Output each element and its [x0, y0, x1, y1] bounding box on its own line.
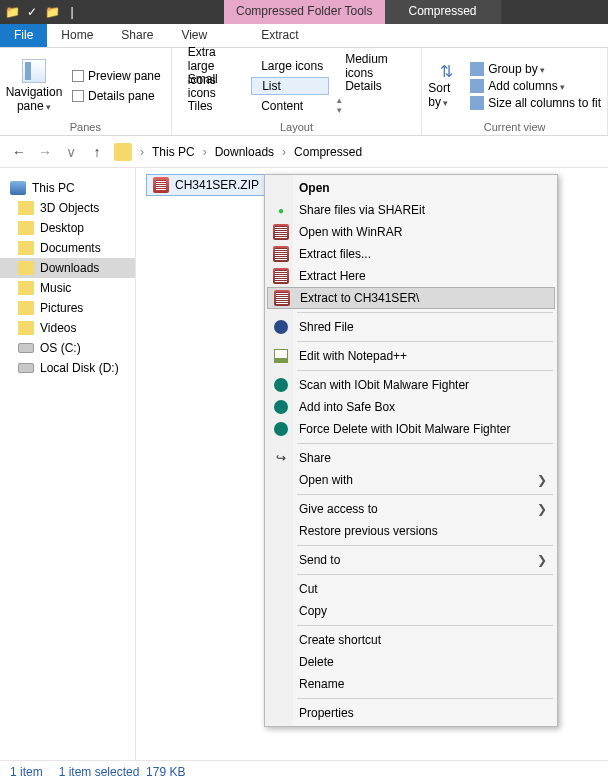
- menu-create-shortcut[interactable]: Create shortcut: [267, 629, 555, 651]
- sidebar-item[interactable]: Music: [0, 278, 135, 298]
- menu-separator: [297, 341, 553, 342]
- window-title: Compressed: [385, 0, 501, 24]
- layout-content[interactable]: Content: [251, 97, 329, 115]
- menu-extract-to[interactable]: Extract to CH341SER\: [267, 287, 555, 309]
- navigation-pane-button[interactable]: Navigation pane: [6, 52, 62, 119]
- sidebar-item-label: Local Disk (D:): [40, 361, 119, 375]
- sidebar-item[interactable]: OS (C:): [0, 338, 135, 358]
- menu-rename[interactable]: Rename: [267, 673, 555, 695]
- contextual-tool-tab[interactable]: Compressed Folder Tools: [224, 0, 385, 24]
- menu-separator: [297, 625, 553, 626]
- menu-copy[interactable]: Copy: [267, 600, 555, 622]
- iobit-icon: [274, 400, 288, 414]
- group-by-button[interactable]: Group by: [470, 62, 601, 76]
- menu-restore-versions[interactable]: Restore previous versions: [267, 520, 555, 542]
- add-columns-button[interactable]: Add columns: [470, 79, 601, 93]
- sidebar-item[interactable]: Pictures: [0, 298, 135, 318]
- iobit-icon: [274, 422, 288, 436]
- sidebar-item[interactable]: Videos: [0, 318, 135, 338]
- menu-share[interactable]: Share: [267, 447, 555, 469]
- forward-button[interactable]: →: [36, 144, 54, 160]
- tab-share[interactable]: Share: [107, 24, 167, 47]
- menu-separator: [297, 443, 553, 444]
- status-bar: 1 item 1 item selected 179 KB: [0, 760, 608, 782]
- sys-icons: 📁 ✓ 📁 |: [0, 0, 84, 24]
- size-columns-button[interactable]: Size all columns to fit: [470, 96, 601, 110]
- zip-icon: [153, 177, 169, 193]
- shred-icon: [274, 320, 288, 334]
- preview-pane-button[interactable]: Preview pane: [68, 68, 165, 84]
- layout-tiles[interactable]: Tiles: [178, 97, 245, 115]
- menu-give-access[interactable]: Give access to❯: [267, 498, 555, 520]
- group-label: Layout: [178, 119, 416, 133]
- winrar-icon: [274, 290, 290, 306]
- ribbon-tabs: File Home Share View Extract: [0, 24, 608, 48]
- menu-separator: [297, 312, 553, 313]
- menu-notepad[interactable]: Edit with Notepad++: [267, 345, 555, 367]
- up-button[interactable]: ↑: [88, 144, 106, 160]
- menu-separator: [297, 574, 553, 575]
- file-list[interactable]: CH341SER.ZIP Open Share files via SHAREi…: [136, 168, 608, 760]
- sidebar-item-label: 3D Objects: [40, 201, 99, 215]
- title-bar: 📁 ✓ 📁 | Compressed Folder Tools Compress…: [0, 0, 608, 24]
- chevron-right-icon: ❯: [537, 553, 547, 567]
- sidebar-item[interactable]: Desktop: [0, 218, 135, 238]
- chevron-right-icon[interactable]: ›: [140, 145, 144, 159]
- menu-open-winrar[interactable]: Open with WinRAR: [267, 221, 555, 243]
- resize-icon: [470, 96, 484, 110]
- back-button[interactable]: ←: [10, 144, 28, 160]
- sidebar-item[interactable]: Documents: [0, 238, 135, 258]
- check-icon[interactable]: ✓: [24, 4, 40, 20]
- sidebar-item[interactable]: Local Disk (D:): [0, 358, 135, 378]
- layout-list[interactable]: List: [251, 77, 329, 95]
- menu-shareit[interactable]: Share files via SHAREit: [267, 199, 555, 221]
- checkbox-icon: [72, 70, 84, 82]
- disk-icon: [18, 343, 34, 353]
- group-label: Current view: [428, 119, 601, 133]
- folder-icon: [18, 321, 34, 335]
- menu-cut[interactable]: Cut: [267, 578, 555, 600]
- chevron-right-icon[interactable]: ›: [282, 145, 286, 159]
- menu-open[interactable]: Open: [267, 177, 555, 199]
- main-area: This PC3D ObjectsDesktopDocumentsDownloa…: [0, 168, 608, 760]
- menu-extract-here[interactable]: Extract Here: [267, 265, 555, 287]
- menu-separator: [297, 494, 553, 495]
- file-item[interactable]: CH341SER.ZIP: [146, 174, 266, 196]
- menu-safe-box[interactable]: Add into Safe Box: [267, 396, 555, 418]
- menu-scan-iobit[interactable]: Scan with IObit Malware Fighter: [267, 374, 555, 396]
- layout-small[interactable]: Small icons: [178, 77, 245, 95]
- recent-locations-button[interactable]: ∨: [62, 144, 80, 160]
- breadcrumb-root[interactable]: This PC: [152, 145, 195, 159]
- details-pane-button[interactable]: Details pane: [68, 88, 165, 104]
- chevron-right-icon: ❯: [537, 473, 547, 487]
- menu-open-with[interactable]: Open with❯: [267, 469, 555, 491]
- layout-large[interactable]: Large icons: [251, 57, 329, 75]
- menu-delete[interactable]: Delete: [267, 651, 555, 673]
- sidebar-item[interactable]: 3D Objects: [0, 198, 135, 218]
- breadcrumb-compressed[interactable]: Compressed: [294, 145, 362, 159]
- layout-details[interactable]: Details: [335, 77, 415, 95]
- share-icon: [272, 449, 290, 467]
- menu-force-delete[interactable]: Force Delete with IObit Malware Fighter: [267, 418, 555, 440]
- layout-medium[interactable]: Medium icons: [335, 57, 415, 75]
- layout-scroll[interactable]: ▲▼: [335, 97, 415, 115]
- tab-file[interactable]: File: [0, 24, 47, 47]
- ribbon: Navigation pane Preview pane Details pan…: [0, 48, 608, 136]
- checkbox-icon: [72, 90, 84, 102]
- status-selected: 1 item selected 179 KB: [59, 765, 186, 779]
- breadcrumb-downloads[interactable]: Downloads: [215, 145, 274, 159]
- menu-properties[interactable]: Properties: [267, 702, 555, 724]
- sort-by-button[interactable]: ⇅ Sort by: [428, 52, 464, 119]
- folder-icon: [18, 301, 34, 315]
- sidebar-item[interactable]: Downloads: [0, 258, 135, 278]
- shareit-icon: [272, 201, 290, 219]
- menu-shred[interactable]: Shred File: [267, 316, 555, 338]
- menu-separator: [297, 370, 553, 371]
- chevron-right-icon[interactable]: ›: [203, 145, 207, 159]
- tab-home[interactable]: Home: [47, 24, 107, 47]
- menu-extract-files[interactable]: Extract files...: [267, 243, 555, 265]
- menu-send-to[interactable]: Send to❯: [267, 549, 555, 571]
- context-menu: Open Share files via SHAREit Open with W…: [264, 174, 558, 727]
- winrar-icon: [273, 268, 289, 284]
- sidebar-item[interactable]: This PC: [0, 178, 135, 198]
